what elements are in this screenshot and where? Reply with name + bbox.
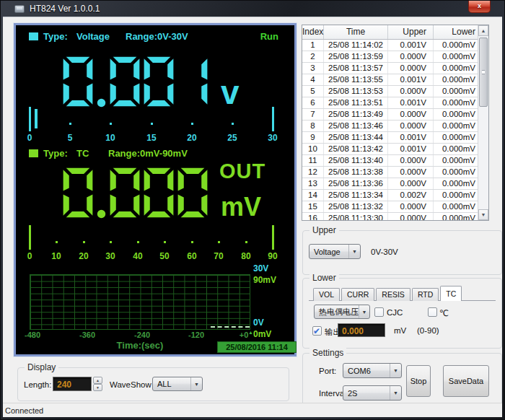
table-row[interactable]: 625/08 11:13:510.001V0.000mV xyxy=(302,97,488,109)
table-cell: 0.000mV xyxy=(434,190,479,201)
spin-up-icon[interactable]: ▲ xyxy=(93,377,102,384)
scale-endline xyxy=(272,107,274,131)
table-row[interactable]: 1625/08 11:13:300.000V0.000mV xyxy=(302,213,488,221)
scale-tick-dot xyxy=(191,123,193,125)
table-row[interactable]: 1225/08 11:13:380.000V0.000mV xyxy=(302,167,488,178)
status-bar: Connected xyxy=(3,403,502,417)
table-row[interactable]: 1325/08 11:13:360.000V0.000mV xyxy=(302,178,488,190)
seven-seg-char xyxy=(177,56,208,108)
lower-scale: 0102030405060708090 xyxy=(30,225,275,263)
table-cell: 6 xyxy=(302,97,324,108)
scale-tick-dot xyxy=(110,123,112,125)
scroll-down-icon[interactable]: ▼ xyxy=(478,209,488,220)
port-label: Port: xyxy=(319,367,336,375)
thermocouple-type-select[interactable]: 热电偶电压 ▼ xyxy=(314,305,370,319)
table-row[interactable]: 925/08 11:13:440.001V0.000mV xyxy=(302,132,488,144)
table-cell: 0.000mV xyxy=(434,51,479,62)
table-scrollbar[interactable]: ▲ ▼ xyxy=(478,25,488,220)
table-header-cell[interactable]: Time xyxy=(324,25,388,39)
table-cell: 25/08 11:13:46 xyxy=(324,121,388,131)
table-row[interactable]: 225/08 11:13:590.000V0.000mV xyxy=(302,51,488,63)
table-cell: 0.001V xyxy=(388,97,434,108)
tab-tc[interactable]: TC xyxy=(440,286,462,301)
tab-curr[interactable]: CURR xyxy=(341,288,374,301)
table-row[interactable]: 1425/08 11:13:340.002V0.000mV xyxy=(302,190,488,201)
graph-x-tick: -240 xyxy=(134,331,150,339)
interval-select[interactable]: 2S ▼ xyxy=(343,385,402,401)
table-cell: 11 xyxy=(302,155,324,166)
upper-range-text: 0V-30V xyxy=(371,248,398,256)
table-header-cell[interactable]: Lower xyxy=(434,25,479,39)
thumb-gripper xyxy=(482,70,485,74)
table-cell: 25/08 11:13:53 xyxy=(324,86,388,97)
table-cell: 15 xyxy=(302,201,324,212)
scrollbar-thumb[interactable] xyxy=(479,38,488,107)
table-header-cell[interactable]: Upper xyxy=(388,25,434,39)
table-cell: 4 xyxy=(302,74,324,85)
stop-button[interactable]: Stop xyxy=(406,365,431,397)
length-input[interactable]: 240 xyxy=(53,377,92,391)
scroll-up-icon[interactable]: ▲ xyxy=(478,25,488,36)
spin-down-icon[interactable]: ▼ xyxy=(93,384,102,391)
save-data-button[interactable]: SaveData xyxy=(443,365,489,397)
scale-tick-dot xyxy=(218,241,220,243)
seven-seg-char xyxy=(143,56,175,108)
output-checkbox[interactable] xyxy=(312,326,322,336)
scale-tick-dot xyxy=(164,241,166,243)
output-unit-label: mV xyxy=(394,326,406,335)
table-row[interactable]: 125/08 11:14:020.001V0.000mV xyxy=(302,40,488,51)
scale-tick-dot xyxy=(232,123,234,125)
app-icon xyxy=(14,5,25,13)
table-row[interactable]: 1025/08 11:13:420.001V0.000mV xyxy=(302,144,488,155)
upper-group-title: Upper xyxy=(309,225,339,235)
table-header-cell[interactable]: Index xyxy=(302,25,324,39)
graph-x-tick: -120 xyxy=(188,331,204,339)
table-cell: 0.001V xyxy=(388,74,434,85)
celsius-checkbox[interactable] xyxy=(428,307,437,317)
table-row[interactable]: 1525/08 11:13:320.000V0.000mV xyxy=(302,201,488,213)
tab-rtd[interactable]: RTD xyxy=(412,288,439,301)
scale-tick-label: 30 xyxy=(105,252,115,261)
upper-scale: 051015202530 xyxy=(30,107,275,144)
chevron-down-icon: ▼ xyxy=(348,245,360,258)
tab-vol[interactable]: VOL xyxy=(313,288,340,301)
waveshow-select[interactable]: ALL ▼ xyxy=(152,377,203,391)
scale-tick-label: 10 xyxy=(51,252,61,261)
table-cell: 0.000V xyxy=(388,213,434,221)
settings-group-title: Settings xyxy=(309,348,346,358)
upper-sensor-select[interactable]: Voltage ▼ xyxy=(309,244,361,259)
scale-tick-label: 70 xyxy=(214,252,223,261)
table-row[interactable]: 825/08 11:13:460.000V0.000mV xyxy=(302,121,488,132)
table-cell: 0.000mV xyxy=(434,132,479,143)
port-select[interactable]: COM6 ▼ xyxy=(343,363,402,378)
table-rows: 125/08 11:14:020.001V0.000mV225/08 11:13… xyxy=(302,40,488,221)
graph-ymin-upper: 0V xyxy=(253,318,264,327)
table-row[interactable]: 1125/08 11:13:400.000V0.000mV xyxy=(302,155,488,167)
table-cell: 12 xyxy=(302,167,324,178)
title-bar[interactable]: HT824 Ver 1.0.0.1 x xyxy=(1,1,504,17)
lower-type-value: TC xyxy=(76,149,89,158)
client-area: Type: Voltage Range:0V-30V Run v 0510152… xyxy=(3,17,502,417)
seven-seg-char xyxy=(109,56,141,108)
upper-seven-segment-value: v xyxy=(62,56,240,108)
output-value-input[interactable]: 0.000 xyxy=(338,323,385,337)
upper-type-label: Type: xyxy=(43,32,68,41)
table-cell: 25/08 11:13:44 xyxy=(324,132,388,143)
data-table: IndexTimeUpperLower 125/08 11:14:020.001… xyxy=(302,25,489,221)
table-row[interactable]: 425/08 11:13:550.001V0.000mV xyxy=(302,74,488,86)
cjc-checkbox[interactable] xyxy=(374,307,384,317)
seven-seg-char xyxy=(96,56,107,108)
close-button[interactable]: x xyxy=(468,1,491,13)
table-cell: 25/08 11:13:38 xyxy=(324,167,388,178)
length-spinner[interactable]: ▲ ▼ xyxy=(93,377,102,391)
table-row[interactable]: 725/08 11:13:490.000V0.000mV xyxy=(302,109,488,121)
tab-resis[interactable]: RESIS xyxy=(376,288,410,301)
table-cell: 0.000mV xyxy=(434,97,479,108)
lower-seven-segment-value xyxy=(62,167,208,219)
table-cell: 0.000mV xyxy=(434,86,479,97)
graph-ymax-lower: 90mV xyxy=(253,276,276,284)
table-cell: 0.001V xyxy=(388,40,434,51)
table-row[interactable]: 525/08 11:13:530.000V0.000mV xyxy=(302,86,488,97)
table-cell: 0.000V xyxy=(388,63,434,74)
table-row[interactable]: 325/08 11:13:570.000V0.000mV xyxy=(302,63,488,74)
